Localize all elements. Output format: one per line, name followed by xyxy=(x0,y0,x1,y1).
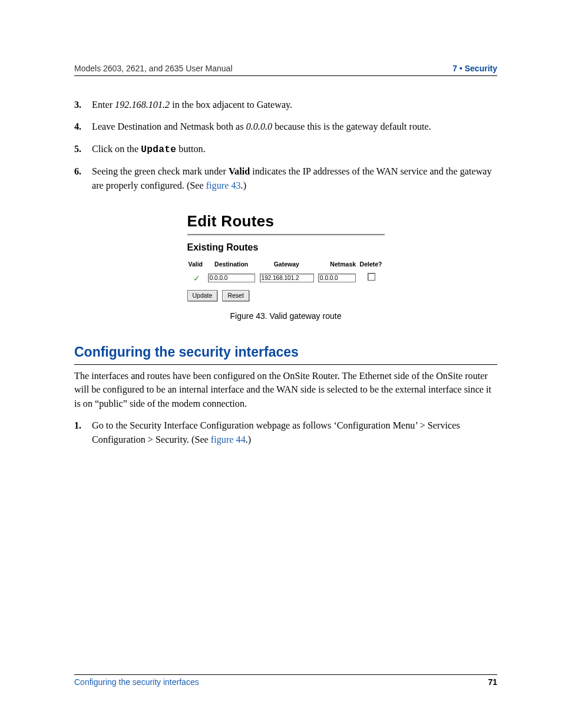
page-footer: Configuring the security interfaces 71 xyxy=(74,674,497,687)
ip-value: 192.168.101.2 xyxy=(115,100,170,110)
figure-43: Edit Routes Existing Routes Valid Destin… xyxy=(187,210,385,322)
step-number: 5. xyxy=(74,143,92,157)
text: .) xyxy=(246,434,251,445)
table-row: ✓ xyxy=(187,272,385,285)
step-3: 3. Enter 192.168.101.2 in the box adjace… xyxy=(74,98,497,112)
footer-right-page-number: 71 xyxy=(488,677,497,687)
cell-delete xyxy=(358,272,384,285)
cell-netmask xyxy=(316,272,358,285)
step-5: 5. Click on the Update button. xyxy=(74,143,497,157)
step-body: Click on the Update button. xyxy=(92,143,497,157)
ip-value: 0.0.0.0 xyxy=(246,121,273,132)
step-4: 4. Leave Destination and Netmask both as… xyxy=(74,120,497,134)
figure-title: Edit Routes xyxy=(187,210,385,233)
step-number: 6. xyxy=(74,165,92,193)
destination-input[interactable] xyxy=(208,274,255,282)
figure-button-row: Update Reset xyxy=(187,288,385,302)
text: because this is the gateway default rout… xyxy=(272,121,431,132)
figure-caption: Figure 43. Valid gateway route xyxy=(187,310,385,322)
col-destination: Destination xyxy=(206,259,258,271)
section-heading: Configuring the security interfaces xyxy=(74,342,497,362)
step-body: Leave Destination and Netmask both as 0.… xyxy=(92,120,497,134)
col-netmask: Netmask xyxy=(316,259,358,271)
delete-checkbox[interactable] xyxy=(368,273,375,281)
footer-left: Configuring the security interfaces xyxy=(74,677,199,687)
reset-button[interactable]: Reset xyxy=(222,290,249,301)
text: in the box adjacent to Gateway. xyxy=(170,100,292,110)
figure-title-rule xyxy=(187,234,385,236)
field-name: Valid xyxy=(229,166,250,177)
page: Models 2603, 2621, and 2635 User Manual … xyxy=(0,0,562,728)
gateway-input[interactable] xyxy=(260,274,314,282)
step-6: 6. Seeing the green check mark under Val… xyxy=(74,165,497,193)
header-left: Models 2603, 2621, and 2635 User Manual xyxy=(74,64,233,73)
cell-gateway xyxy=(258,272,316,285)
step-number: 4. xyxy=(74,120,92,134)
table-header-row: Valid Destination Gateway Netmask Delete… xyxy=(187,259,385,271)
figure-link[interactable]: figure 44 xyxy=(211,434,246,445)
step-b-1: 1. Go to the Security Interface Configur… xyxy=(74,419,497,447)
valid-check-icon: ✓ xyxy=(187,272,206,285)
header-rule xyxy=(74,75,497,76)
step-number: 3. xyxy=(74,98,92,112)
text: button. xyxy=(176,144,205,154)
step-body: Go to the Security Interface Configurati… xyxy=(92,419,497,447)
text: Enter xyxy=(92,100,115,110)
text: Leave Destination and Netmask both as xyxy=(92,121,246,132)
step-body: Seeing the green check mark under Valid … xyxy=(92,165,497,193)
section-paragraph: The interfaces and routes have been conf… xyxy=(74,370,497,411)
update-button[interactable]: Update xyxy=(187,290,218,301)
text: Go to the Security Interface Configurati… xyxy=(92,420,460,444)
step-number: 1. xyxy=(74,419,92,447)
routes-table: Valid Destination Gateway Netmask Delete… xyxy=(187,259,385,285)
text: Seeing the green check mark under xyxy=(92,166,229,177)
button-label-ref: Update xyxy=(141,144,176,155)
figure-subtitle: Existing Routes xyxy=(187,241,385,254)
header-right: 7 • Security xyxy=(452,64,497,73)
footer-rule xyxy=(74,674,497,675)
text: Click on the xyxy=(92,144,141,154)
col-gateway: Gateway xyxy=(258,259,316,271)
ordered-steps-b: 1. Go to the Security Interface Configur… xyxy=(74,419,497,447)
cell-destination xyxy=(206,272,258,285)
col-delete: Delete? xyxy=(358,259,384,271)
step-body: Enter 192.168.101.2 in the box adjacent … xyxy=(92,98,497,112)
col-valid: Valid xyxy=(187,259,206,271)
footer-row: Configuring the security interfaces 71 xyxy=(74,677,497,687)
content-area: 3. Enter 192.168.101.2 in the box adjace… xyxy=(74,98,497,447)
text: .) xyxy=(241,180,246,191)
ordered-steps-a: 3. Enter 192.168.101.2 in the box adjace… xyxy=(74,98,497,193)
page-header: Models 2603, 2621, and 2635 User Manual … xyxy=(74,64,497,73)
section-rule xyxy=(74,364,497,365)
figure-link[interactable]: figure 43 xyxy=(206,180,241,191)
netmask-input[interactable] xyxy=(318,274,356,282)
